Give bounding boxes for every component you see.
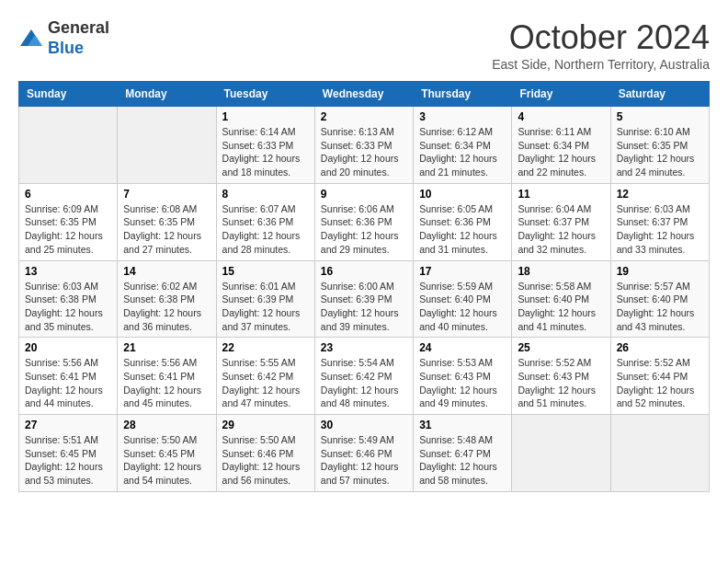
day-number: 23 [321,341,407,354]
day-number: 26 [617,341,703,354]
day-number: 10 [419,188,506,201]
day-info: Sunrise: 5:55 AM Sunset: 6:42 PM Dayligh… [222,356,309,410]
day-number: 8 [222,188,309,201]
day-info: Sunrise: 6:01 AM Sunset: 6:39 PM Dayligh… [222,280,309,334]
day-number: 24 [419,341,506,354]
day-info: Sunrise: 6:03 AM Sunset: 6:38 PM Dayligh… [25,280,111,334]
day-number: 18 [518,265,604,278]
calendar-cell: 28Sunrise: 5:50 AM Sunset: 6:45 PM Dayli… [118,415,216,492]
calendar-cell: 20Sunrise: 5:56 AM Sunset: 6:41 PM Dayli… [19,338,118,415]
day-number: 13 [25,265,111,278]
header-day: Saturday [610,82,709,107]
calendar-cell: 23Sunrise: 5:54 AM Sunset: 6:42 PM Dayli… [314,338,413,415]
day-info: Sunrise: 5:50 AM Sunset: 6:45 PM Dayligh… [123,433,210,488]
day-info: Sunrise: 5:52 AM Sunset: 6:43 PM Dayligh… [518,356,604,410]
header-day: Tuesday [216,82,314,107]
calendar-cell: 16Sunrise: 6:00 AM Sunset: 6:39 PM Dayli… [314,260,413,338]
day-number: 3 [419,110,506,123]
header-day: Friday [512,82,610,107]
day-info: Sunrise: 5:57 AM Sunset: 6:40 PM Dayligh… [617,280,703,334]
day-number: 30 [321,419,407,431]
calendar-cell: 14Sunrise: 6:02 AM Sunset: 6:38 PM Dayli… [118,260,216,338]
calendar-week-row: 20Sunrise: 5:56 AM Sunset: 6:41 PM Dayli… [19,338,710,415]
day-number: 28 [123,419,210,431]
calendar-cell: 29Sunrise: 5:50 AM Sunset: 6:46 PM Dayli… [216,415,314,492]
calendar-body: 1Sunrise: 6:14 AM Sunset: 6:33 PM Daylig… [19,107,710,492]
day-info: Sunrise: 5:54 AM Sunset: 6:42 PM Dayligh… [321,356,407,410]
day-number: 19 [617,265,703,278]
day-number: 22 [222,341,309,354]
calendar-cell: 17Sunrise: 5:59 AM Sunset: 6:40 PM Dayli… [414,260,512,338]
month-title: October 2024 [492,18,710,57]
day-info: Sunrise: 6:02 AM Sunset: 6:38 PM Dayligh… [123,280,210,334]
calendar-week-row: 27Sunrise: 5:51 AM Sunset: 6:45 PM Dayli… [19,415,710,492]
day-number: 31 [419,419,506,431]
calendar-cell: 6Sunrise: 6:09 AM Sunset: 6:35 PM Daylig… [19,183,118,260]
day-info: Sunrise: 6:11 AM Sunset: 6:34 PM Dayligh… [518,125,604,179]
calendar-cell: 15Sunrise: 6:01 AM Sunset: 6:39 PM Dayli… [216,260,314,338]
day-info: Sunrise: 6:10 AM Sunset: 6:35 PM Dayligh… [617,125,703,179]
calendar-week-row: 6Sunrise: 6:09 AM Sunset: 6:35 PM Daylig… [19,183,710,260]
calendar-cell: 1Sunrise: 6:14 AM Sunset: 6:33 PM Daylig… [216,107,314,184]
calendar-cell: 3Sunrise: 6:12 AM Sunset: 6:34 PM Daylig… [414,107,512,184]
calendar-cell: 31Sunrise: 5:48 AM Sunset: 6:47 PM Dayli… [414,415,512,492]
day-info: Sunrise: 5:51 AM Sunset: 6:45 PM Dayligh… [25,433,111,488]
calendar-cell: 5Sunrise: 6:10 AM Sunset: 6:35 PM Daylig… [610,107,709,184]
title-block: October 2024 East Side, Northern Territo… [492,18,710,72]
day-number: 6 [25,188,111,201]
calendar-cell: 19Sunrise: 5:57 AM Sunset: 6:40 PM Dayli… [610,260,709,338]
calendar-cell: 10Sunrise: 6:05 AM Sunset: 6:36 PM Dayli… [414,183,512,260]
day-info: Sunrise: 5:53 AM Sunset: 6:43 PM Dayligh… [419,356,506,410]
day-number: 17 [419,265,506,278]
calendar-cell [118,107,216,184]
day-number: 25 [518,341,604,354]
day-info: Sunrise: 6:14 AM Sunset: 6:33 PM Dayligh… [222,125,309,179]
calendar-cell: 8Sunrise: 6:07 AM Sunset: 6:36 PM Daylig… [216,183,314,260]
calendar-cell: 22Sunrise: 5:55 AM Sunset: 6:42 PM Dayli… [216,338,314,415]
day-number: 15 [222,265,309,278]
day-info: Sunrise: 6:05 AM Sunset: 6:36 PM Dayligh… [419,202,506,257]
calendar-cell: 12Sunrise: 6:03 AM Sunset: 6:37 PM Dayli… [610,183,709,260]
day-info: Sunrise: 5:52 AM Sunset: 6:44 PM Dayligh… [617,356,703,410]
logo-general-text: General [48,18,109,37]
page-header: General Blue October 2024 East Side, Nor… [18,18,710,72]
calendar-table: SundayMondayTuesdayWednesdayThursdayFrid… [18,81,710,492]
calendar-cell: 4Sunrise: 6:11 AM Sunset: 6:34 PM Daylig… [512,107,610,184]
day-info: Sunrise: 6:03 AM Sunset: 6:37 PM Dayligh… [617,202,703,257]
day-info: Sunrise: 5:48 AM Sunset: 6:47 PM Dayligh… [419,433,506,488]
logo-blue-text: Blue [48,39,84,57]
calendar-cell: 7Sunrise: 6:08 AM Sunset: 6:35 PM Daylig… [118,183,216,260]
day-number: 21 [123,341,210,354]
day-info: Sunrise: 6:00 AM Sunset: 6:39 PM Dayligh… [321,280,407,334]
calendar-cell: 11Sunrise: 6:04 AM Sunset: 6:37 PM Dayli… [512,183,610,260]
calendar-cell: 26Sunrise: 5:52 AM Sunset: 6:44 PM Dayli… [610,338,709,415]
header-day: Sunday [19,82,118,107]
calendar-week-row: 1Sunrise: 6:14 AM Sunset: 6:33 PM Daylig… [19,107,710,184]
calendar-cell: 30Sunrise: 5:49 AM Sunset: 6:46 PM Dayli… [314,415,413,492]
day-number: 20 [25,341,111,354]
logo: General Blue [18,18,109,58]
day-info: Sunrise: 5:59 AM Sunset: 6:40 PM Dayligh… [419,280,506,334]
day-number: 11 [518,188,604,201]
header-row: SundayMondayTuesdayWednesdayThursdayFrid… [19,82,710,107]
day-number: 14 [123,265,210,278]
day-info: Sunrise: 5:58 AM Sunset: 6:40 PM Dayligh… [518,280,604,334]
day-number: 5 [617,110,703,123]
header-day: Thursday [414,82,512,107]
calendar-cell [19,107,118,184]
calendar-cell: 2Sunrise: 6:13 AM Sunset: 6:33 PM Daylig… [314,107,413,184]
day-info: Sunrise: 6:12 AM Sunset: 6:34 PM Dayligh… [419,125,506,179]
day-number: 2 [321,110,407,123]
day-number: 27 [25,419,111,431]
day-number: 29 [222,419,309,431]
day-info: Sunrise: 5:50 AM Sunset: 6:46 PM Dayligh… [222,433,309,488]
day-info: Sunrise: 6:08 AM Sunset: 6:35 PM Dayligh… [123,202,210,257]
day-info: Sunrise: 5:56 AM Sunset: 6:41 PM Dayligh… [25,356,111,410]
calendar-cell: 18Sunrise: 5:58 AM Sunset: 6:40 PM Dayli… [512,260,610,338]
calendar-cell: 13Sunrise: 6:03 AM Sunset: 6:38 PM Dayli… [19,260,118,338]
day-info: Sunrise: 6:09 AM Sunset: 6:35 PM Dayligh… [25,202,111,257]
day-info: Sunrise: 6:06 AM Sunset: 6:36 PM Dayligh… [321,202,407,257]
calendar-week-row: 13Sunrise: 6:03 AM Sunset: 6:38 PM Dayli… [19,260,710,338]
day-number: 9 [321,188,407,201]
day-info: Sunrise: 5:49 AM Sunset: 6:46 PM Dayligh… [321,433,407,488]
